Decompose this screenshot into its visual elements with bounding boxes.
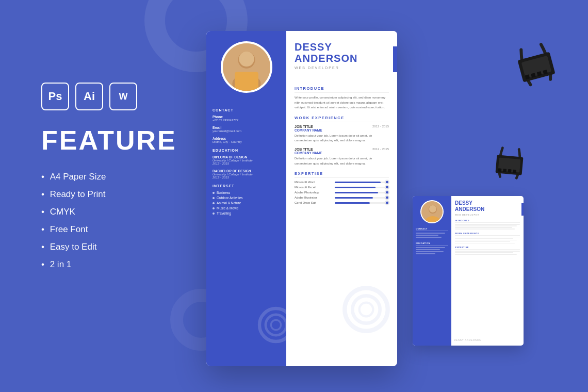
work-item-2: JOB TITLE 2012 - 2015 COMPANY NAME Defin… xyxy=(295,148,389,166)
word-icon: W xyxy=(109,83,137,110)
cv-edu-1: DIPLOMA OF DESIGN University / Collage /… xyxy=(213,155,280,165)
binder-clip-top xyxy=(510,37,563,97)
svg-rect-24 xyxy=(503,169,507,172)
cv-small-content: DESSYANDERSON WEB DEVELOPER INTRODUCE WO… xyxy=(451,196,524,346)
cv-name: DESSY ANDERSON xyxy=(295,41,389,64)
list-item: CMYK xyxy=(41,203,177,221)
cv-small-tab xyxy=(521,203,524,216)
cv-right-content: DESSY ANDERSON WEB DEVELOPER INTRODUCE W… xyxy=(286,31,397,366)
svg-point-9 xyxy=(352,296,380,323)
cv-small-sidebar: CONTACT EDUCATION xyxy=(413,196,451,346)
cv-photo-container xyxy=(206,31,286,98)
binder-clip-bottom xyxy=(491,143,528,187)
list-item: A4 Paper Size xyxy=(41,168,177,186)
cv-contact-phone: Phone +62 85 743041777 xyxy=(213,115,280,122)
cv-contact-email: Email youremail@mail.com xyxy=(213,126,280,133)
skill-2: Microsoft Excel xyxy=(295,186,389,189)
feature-section: Ps Ai W FEATURE A4 Paper Size Ready to P… xyxy=(41,83,177,273)
interest-section-title: INTERSET xyxy=(213,184,280,188)
education-section-title: EDUCATION xyxy=(213,149,280,152)
cv-body: INTRODUCE Write your profile, consectetu… xyxy=(286,76,397,211)
list-item: Easy to Edit xyxy=(41,238,177,256)
cv-tab-decoration xyxy=(393,46,397,72)
cv-small-card: CONTACT EDUCATION DESSYANDERSON WEB DEVE… xyxy=(413,196,524,346)
list-item: Free Font xyxy=(41,221,177,238)
feature-title: FEATURE xyxy=(41,125,177,156)
cv-header: DESSY ANDERSON WEB DEVELOPER xyxy=(286,31,397,76)
svg-rect-3 xyxy=(235,72,258,91)
svg-point-7 xyxy=(271,320,281,330)
list-item: 2 in 1 xyxy=(41,256,177,273)
list-item: Ready to Print xyxy=(41,186,177,203)
cv-sidebar-content: CONTACT Phone +62 85 743041777 Email you… xyxy=(206,98,286,222)
svg-point-4 xyxy=(239,52,254,67)
software-icons-group: Ps Ai W xyxy=(41,83,177,110)
cv-sidebar: CONTACT Phone +62 85 743041777 Email you… xyxy=(206,31,286,366)
contact-section-title: CONTACT xyxy=(213,108,280,112)
svg-point-14 xyxy=(429,205,436,213)
cv-interest-2: Outdoor Activities xyxy=(213,196,280,200)
cv-interest-3: Animal & Nature xyxy=(213,201,280,205)
cv-interest-5: Travelling xyxy=(213,211,280,215)
svg-rect-26 xyxy=(513,170,516,173)
introduce-text: Write your profile, consectetuer adipisc… xyxy=(295,95,389,110)
cv-interest-1: Business xyxy=(213,191,280,194)
svg-point-6 xyxy=(266,315,286,335)
cv-contact-address: Address Distric, City - Country xyxy=(213,137,280,143)
cv-photo xyxy=(221,41,272,93)
cv-job-title: WEB DEVELOPER xyxy=(295,66,389,70)
work-title: WORK EXPERIENCE xyxy=(295,116,389,122)
work-item-1: JOB TITLE 2012 - 2015 COMPANY NAME Defin… xyxy=(295,125,389,143)
cv-edu-2: BACHELOR OF DESIGN University / Collage … xyxy=(213,169,280,179)
expertise-title: EXPERTISE xyxy=(295,171,389,178)
cv-small-photo xyxy=(420,200,444,223)
skill-1: Microsoft Word xyxy=(295,181,389,184)
svg-point-10 xyxy=(360,303,373,317)
skill-5: Corel Draw Suit xyxy=(295,201,389,204)
svg-rect-23 xyxy=(498,168,502,172)
illustrator-icon: Ai xyxy=(75,83,103,110)
cv-small-avatar xyxy=(421,201,444,223)
content-swirl-decoration xyxy=(340,284,392,335)
cv-small-name-bottom: DESSY ANDERSON xyxy=(454,338,481,341)
introduce-title: INTRODUCE xyxy=(295,86,389,93)
photoshop-icon: Ps xyxy=(41,83,69,110)
person-avatar-svg xyxy=(223,41,270,93)
svg-rect-25 xyxy=(508,169,512,173)
skill-4: Adobe Illustrator xyxy=(295,196,389,199)
skill-3: Adobe Photoshop xyxy=(295,191,389,194)
cv-interest-4: Music & Movie xyxy=(213,206,280,210)
feature-list: A4 Paper Size Ready to Print CMYK Free F… xyxy=(41,168,177,273)
cv-main-card: CONTACT Phone +62 85 743041777 Email you… xyxy=(206,31,397,366)
